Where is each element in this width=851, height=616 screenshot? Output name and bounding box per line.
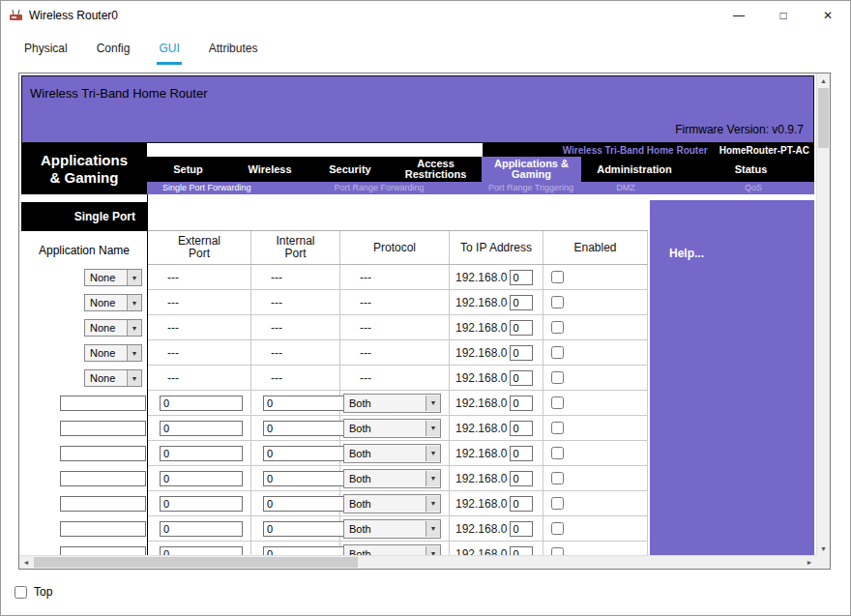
protocol-select[interactable]: Both ▼ (343, 394, 441, 413)
menu-administration[interactable]: Administration (581, 157, 688, 182)
enabled-checkbox[interactable] (551, 447, 564, 459)
external-port-input[interactable] (160, 471, 243, 486)
external-port-input[interactable] (160, 421, 243, 436)
ip-last-octet-input[interactable] (510, 446, 533, 461)
ip-prefix: 192.168.0 (450, 547, 507, 556)
enabled-checkbox[interactable] (551, 522, 564, 535)
external-port-input[interactable] (160, 521, 243, 537)
protocol-cell: Both ▼ (340, 391, 450, 415)
application-name-input[interactable] (60, 446, 146, 461)
horizontal-scrollbar-thumb[interactable] (34, 557, 358, 568)
ip-last-octet-input[interactable] (510, 421, 533, 436)
application-select[interactable]: None ▼ (84, 269, 142, 286)
application-select-row: None ▼ (21, 265, 147, 290)
internal-port-input[interactable] (263, 421, 346, 436)
external-port-input[interactable] (160, 496, 243, 512)
application-input-row (21, 466, 147, 491)
internal-port-input[interactable] (263, 396, 346, 411)
application-name-input[interactable] (60, 471, 146, 486)
ip-prefix: 192.168.0 (450, 396, 507, 410)
external-port-cell: --- (148, 340, 251, 365)
maximize-button[interactable]: □ (761, 1, 806, 30)
ip-last-octet-input[interactable] (510, 270, 533, 285)
enabled-checkbox[interactable] (551, 371, 564, 384)
submenu-port-range-triggering[interactable]: Port Range Triggering (488, 182, 573, 194)
close-button[interactable]: ✕ (806, 1, 850, 30)
top-checkbox[interactable] (15, 586, 27, 599)
external-port-cell (148, 466, 251, 490)
internal-port-input[interactable] (263, 471, 346, 486)
submenu-single-port-forwarding[interactable]: Single Port Forwarding (162, 182, 251, 194)
vertical-scrollbar-thumb[interactable] (818, 88, 829, 148)
internal-port-input[interactable] (263, 546, 346, 556)
chevron-down-icon: ▼ (426, 546, 440, 556)
enabled-checkbox[interactable] (551, 271, 564, 283)
external-port-input[interactable] (160, 396, 243, 411)
application-select[interactable]: None ▼ (84, 344, 142, 362)
menu-wireless[interactable]: Wireless (229, 157, 310, 182)
enabled-cell (543, 542, 648, 555)
ip-last-octet-input[interactable] (510, 471, 533, 486)
protocol-select[interactable]: Both ▼ (343, 419, 441, 438)
application-name-input[interactable] (60, 421, 146, 436)
ip-last-octet-input[interactable] (510, 521, 533, 537)
ip-prefix: 192.168.0 (450, 497, 507, 511)
tab-attributes[interactable]: Attributes (207, 40, 260, 65)
scroll-up-icon[interactable]: ▲ (817, 73, 830, 87)
enabled-checkbox[interactable] (551, 346, 564, 359)
menu-access-restrictions[interactable]: Access Restrictions (390, 157, 482, 182)
application-name-input[interactable] (60, 521, 146, 537)
enabled-checkbox[interactable] (551, 547, 564, 555)
vertical-scrollbar[interactable]: ▲ ▼ (816, 73, 830, 555)
ip-last-octet-input[interactable] (510, 396, 533, 411)
application-select[interactable]: None ▼ (84, 319, 142, 337)
application-name-input[interactable] (60, 496, 146, 512)
tab-gui[interactable]: GUI (157, 40, 181, 65)
chevron-down-icon: ▼ (426, 496, 440, 512)
internal-port-input[interactable] (263, 521, 346, 537)
ip-last-octet-input[interactable] (510, 345, 533, 361)
external-port-input[interactable] (160, 546, 243, 556)
internal-port-input[interactable] (263, 496, 346, 512)
protocol-select[interactable]: Both ▼ (343, 444, 441, 463)
external-port-input[interactable] (160, 446, 243, 461)
menu-applications-gaming[interactable]: Applications & Gaming (482, 157, 581, 182)
top-checkbox-label: Top (34, 585, 52, 599)
enabled-checkbox[interactable] (551, 296, 564, 308)
enabled-checkbox[interactable] (551, 422, 564, 434)
ip-last-octet-input[interactable] (510, 546, 533, 556)
application-select[interactable]: None ▼ (84, 369, 142, 387)
protocol-select[interactable]: Both ▼ (343, 469, 441, 488)
enabled-checkbox[interactable] (551, 396, 564, 409)
internal-port-input[interactable] (263, 446, 346, 461)
submenu-dmz[interactable]: DMZ (616, 182, 635, 194)
ip-last-octet-input[interactable] (510, 320, 533, 336)
ip-last-octet-input[interactable] (510, 295, 533, 310)
enabled-checkbox[interactable] (551, 472, 564, 484)
submenu-port-range-forwarding[interactable]: Port Range Forwarding (334, 182, 424, 194)
application-name-input[interactable] (60, 396, 146, 411)
scroll-right-icon[interactable]: ► (803, 556, 816, 569)
application-select[interactable]: None ▼ (84, 294, 142, 311)
ip-prefix: 192.168.0 (450, 296, 507, 309)
enabled-checkbox[interactable] (551, 497, 564, 510)
submenu-qos[interactable]: QoS (745, 182, 762, 194)
ip-last-octet-input[interactable] (510, 496, 533, 512)
menu-setup[interactable]: Setup (147, 157, 229, 182)
menu-status[interactable]: Status (688, 157, 814, 182)
tab-physical[interactable]: Physical (22, 40, 70, 65)
scroll-down-icon[interactable]: ▼ (817, 542, 830, 555)
scroll-left-icon[interactable]: ◄ (19, 556, 33, 569)
table-header-row: External Port Internal Port Protocol To … (148, 230, 648, 265)
protocol-select[interactable]: Both ▼ (343, 494, 441, 513)
application-name-input[interactable] (60, 546, 146, 555)
protocol-select[interactable]: Both ▼ (343, 544, 441, 556)
help-link[interactable]: Help... (669, 247, 704, 260)
protocol-select[interactable]: Both ▼ (343, 519, 441, 539)
enabled-checkbox[interactable] (551, 321, 564, 334)
ip-last-octet-input[interactable] (510, 370, 533, 386)
menu-security[interactable]: Security (310, 157, 390, 182)
tab-config[interactable]: Config (95, 40, 132, 65)
minimize-button[interactable]: — (717, 1, 761, 30)
horizontal-scrollbar[interactable]: ◄ ► (19, 555, 816, 569)
